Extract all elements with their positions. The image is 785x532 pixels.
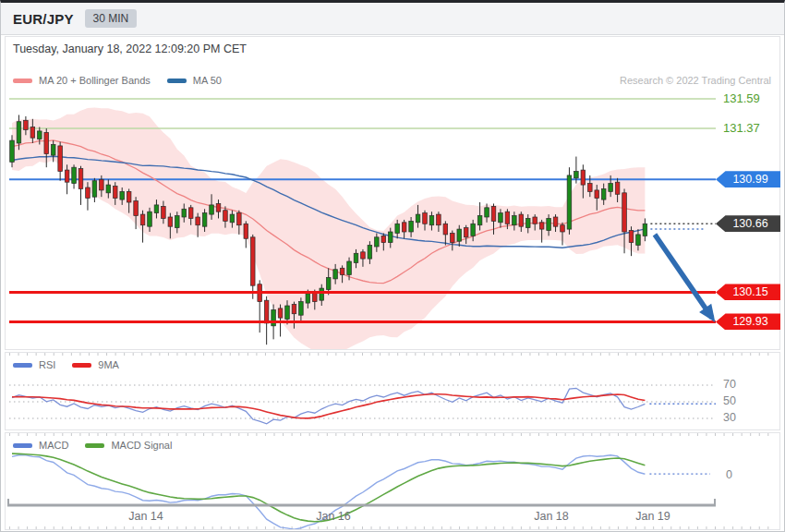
time-tick xyxy=(36,433,37,436)
time-tick xyxy=(195,433,196,436)
time-tick xyxy=(680,433,681,436)
time-tick xyxy=(309,433,310,436)
time-tick xyxy=(706,433,706,436)
candle-body xyxy=(168,217,173,226)
time-tick xyxy=(670,433,671,436)
candle-body xyxy=(505,212,510,224)
time-tick xyxy=(538,433,539,436)
time-tick xyxy=(203,353,204,356)
candle-body xyxy=(320,288,324,300)
time-tick xyxy=(44,526,45,529)
time-tick xyxy=(635,433,636,436)
time-tick xyxy=(662,526,663,529)
time-tick xyxy=(503,353,504,356)
time-tick xyxy=(653,526,654,529)
time-tick xyxy=(459,353,460,356)
time-tick xyxy=(186,526,187,529)
time-tick xyxy=(221,353,222,356)
time-tick xyxy=(362,433,363,436)
time-tick xyxy=(441,353,442,356)
time-tick xyxy=(486,526,487,529)
time-tick xyxy=(274,526,275,529)
legend-macd: MACD xyxy=(13,440,68,451)
time-tick xyxy=(159,353,160,356)
time-tick xyxy=(212,433,213,436)
candle-body xyxy=(127,191,131,202)
time-tick xyxy=(477,526,477,529)
candle-body xyxy=(499,213,503,223)
candle-body xyxy=(292,305,296,314)
candle-body xyxy=(539,223,544,229)
time-tick xyxy=(389,433,390,436)
rsi-panel: RSI 9MA 705030 xyxy=(5,352,780,430)
time-tick xyxy=(265,433,266,436)
time-tick xyxy=(724,433,725,436)
chart-datetime: Tuesday, January 18, 2022 12:09:20 PM CE… xyxy=(13,42,247,55)
candle-body xyxy=(78,169,83,189)
x-axis-label-jan-16: Jan 16 xyxy=(316,510,351,523)
candle-body xyxy=(643,224,647,236)
time-tick xyxy=(406,526,407,529)
time-tick xyxy=(494,353,495,356)
time-tick xyxy=(609,353,610,356)
price-chart-panel: Tuesday, January 18, 2022 12:09:20 PM CE… xyxy=(5,36,780,350)
time-tick xyxy=(697,433,698,436)
time-tick xyxy=(89,526,90,529)
candle-body xyxy=(86,187,91,199)
candle-body xyxy=(202,213,207,227)
time-tick xyxy=(688,433,689,436)
time-tick xyxy=(635,353,636,356)
candle-body xyxy=(17,122,21,143)
time-tick xyxy=(591,433,592,436)
time-tick xyxy=(415,353,416,356)
time-tick xyxy=(133,526,134,529)
time-tick xyxy=(600,433,601,436)
time-tick xyxy=(706,353,706,356)
candle-body xyxy=(588,184,593,192)
time-tick xyxy=(44,353,45,356)
time-tick xyxy=(521,526,522,529)
time-tick xyxy=(168,353,169,356)
time-tick xyxy=(309,353,310,356)
time-tick xyxy=(195,353,196,356)
time-tick xyxy=(627,526,628,529)
ma50-legend-swatch xyxy=(167,79,187,83)
candle-body xyxy=(58,146,63,172)
price-level-badge: 130.15 xyxy=(716,284,780,300)
time-tick xyxy=(54,526,54,529)
time-tick xyxy=(9,353,10,356)
candle-body xyxy=(100,179,104,190)
price-level-badge: 129.93 xyxy=(716,313,780,330)
candle-body xyxy=(162,206,166,218)
time-tick xyxy=(591,526,592,529)
time-tick xyxy=(706,526,706,529)
time-tick xyxy=(432,526,433,529)
time-tick xyxy=(742,353,743,356)
time-tick xyxy=(380,526,380,529)
candle-body xyxy=(615,182,620,194)
time-tick xyxy=(371,526,372,529)
time-tick xyxy=(62,353,63,356)
candle-body xyxy=(272,309,276,325)
time-tick xyxy=(512,433,513,436)
time-tick xyxy=(141,526,142,529)
time-tick xyxy=(645,526,646,529)
time-tick xyxy=(124,353,125,356)
time-tick xyxy=(468,433,469,436)
time-tick xyxy=(27,433,28,436)
time-tick xyxy=(635,526,636,529)
candle-body xyxy=(567,175,572,229)
candle-body xyxy=(154,205,159,213)
time-tick xyxy=(133,433,134,436)
time-tick xyxy=(759,526,760,529)
time-tick xyxy=(653,433,654,436)
candle-body xyxy=(451,233,455,242)
time-tick xyxy=(318,433,319,436)
time-tick xyxy=(600,526,601,529)
price-level-badge: 130.66 xyxy=(716,215,780,232)
x-axis-label-jan-19: Jan 19 xyxy=(635,510,670,523)
time-tick xyxy=(168,526,169,529)
candle-body xyxy=(188,208,193,219)
time-tick xyxy=(151,353,151,356)
time-tick xyxy=(477,433,477,436)
